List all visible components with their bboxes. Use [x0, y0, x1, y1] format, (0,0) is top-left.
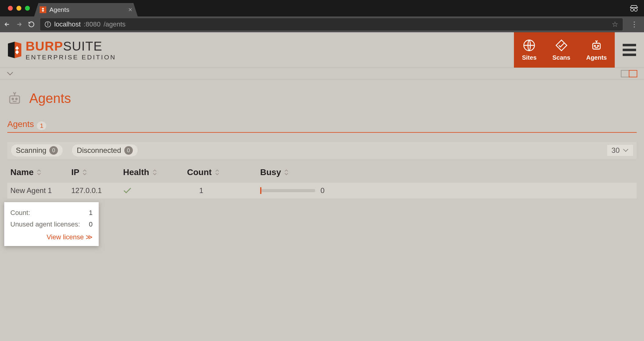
nav-scans-label: Scans — [552, 54, 570, 61]
svg-point-12 — [12, 98, 13, 100]
th-busy[interactable]: Busy — [260, 167, 634, 177]
hamburger-menu[interactable] — [615, 32, 644, 68]
favicon-icon — [40, 6, 46, 13]
sort-icon — [152, 169, 157, 175]
site-info-icon[interactable] — [44, 21, 51, 28]
close-window-icon[interactable] — [8, 6, 13, 11]
address-bar[interactable]: localhost:8080/agents ☆ — [40, 18, 623, 30]
count-label: Count: — [10, 209, 30, 217]
subbar — [0, 68, 644, 80]
maximize-window-icon[interactable] — [25, 6, 30, 11]
filter-disconnected-count: 0 — [124, 146, 133, 155]
th-count-label: Count — [187, 167, 212, 177]
page-title-row: Agents — [7, 91, 637, 106]
brand-suite: SUITE — [63, 39, 102, 53]
sort-icon — [284, 169, 289, 175]
forward-button[interactable] — [16, 21, 23, 28]
th-busy-label: Busy — [260, 167, 281, 177]
nav-agents-label: Agents — [586, 54, 607, 61]
check-icon — [123, 187, 187, 194]
th-health[interactable]: Health — [123, 167, 187, 177]
sort-icon — [37, 169, 41, 175]
th-count[interactable]: Count — [187, 167, 260, 177]
url-path: /agents — [104, 20, 126, 28]
license-popover: Count: 1 Unused agent licenses: 0 View l… — [4, 202, 99, 246]
chevron-down-icon — [623, 149, 629, 152]
browser-toolbar: localhost:8080/agents ☆ ⋮ — [0, 16, 644, 32]
filter-scanning[interactable]: Scanning 0 — [11, 144, 63, 156]
view-license-label: View license — [47, 233, 84, 241]
page-title: Agents — [29, 91, 71, 106]
top-nav: Sites Scans Agents — [514, 32, 615, 68]
sort-icon — [215, 169, 220, 175]
filter-disconnected-label: Disconnected — [77, 146, 121, 155]
page-size-value: 30 — [611, 146, 620, 155]
incognito-icon — [629, 5, 639, 12]
page-content: Agents Agents 1 Scanning 0 Disconnected … — [0, 80, 644, 199]
unused-label: Unused agent licenses: — [10, 220, 80, 228]
filter-scanning-count: 0 — [49, 146, 58, 155]
layout-left-icon[interactable] — [621, 70, 629, 77]
busy-progress-indicator — [260, 187, 261, 194]
filter-disconnected[interactable]: Disconnected 0 — [72, 144, 137, 156]
cell-health — [123, 187, 187, 194]
view-license-link[interactable]: View license ≫ — [47, 233, 93, 241]
nav-scans[interactable]: Scans — [544, 32, 578, 68]
brand-text: BURPSUITE ENTERPRISE EDITION — [26, 40, 116, 60]
filter-bar: Scanning 0 Disconnected 0 30 — [7, 142, 637, 159]
layout-toggle[interactable] — [621, 70, 637, 77]
th-name[interactable]: Name — [10, 167, 71, 177]
busy-progress-bar — [260, 189, 315, 192]
bookmark-icon[interactable]: ☆ — [612, 20, 618, 29]
svg-rect-11 — [10, 96, 19, 103]
nav-sites[interactable]: Sites — [514, 32, 544, 68]
cell-ip: 127.0.0.1 — [71, 186, 123, 195]
browser-tab[interactable]: Agents × — [34, 3, 138, 16]
expand-dropdown-icon[interactable] — [7, 72, 13, 76]
table-header: Name IP Health Count Busy — [7, 159, 637, 183]
nav-sites-label: Sites — [522, 54, 536, 61]
back-button[interactable] — [4, 21, 10, 28]
svg-point-1 — [634, 8, 637, 11]
th-name-label: Name — [10, 167, 34, 177]
burp-logo-icon — [8, 42, 21, 58]
agents-count-badge: 1 — [37, 121, 46, 130]
th-ip-label: IP — [71, 167, 79, 177]
browser-chrome: Agents × localhost:8080/agents ☆ — [0, 0, 644, 32]
table-row[interactable]: New Agent 1 127.0.0.1 1 0 — [7, 183, 637, 199]
section-tabs: Agents 1 — [7, 119, 637, 133]
tab-agents[interactable]: Agents — [7, 119, 34, 132]
filter-scanning-label: Scanning — [16, 146, 46, 155]
sort-icon — [82, 169, 87, 175]
brand-logo[interactable]: BURPSUITE ENTERPRISE EDITION — [0, 32, 124, 68]
svg-point-4 — [48, 23, 48, 23]
nav-agents[interactable]: Agents — [578, 32, 615, 68]
svg-marker-5 — [8, 42, 15, 58]
close-tab-icon[interactable]: × — [128, 6, 132, 14]
cell-count: 1 — [187, 186, 260, 195]
window-controls[interactable] — [4, 6, 34, 11]
svg-point-13 — [16, 98, 17, 100]
browser-menu-icon[interactable]: ⋮ — [628, 20, 640, 29]
th-ip[interactable]: IP — [71, 167, 123, 177]
brand-burp: BURP — [26, 39, 63, 53]
svg-rect-8 — [593, 43, 600, 49]
svg-marker-6 — [15, 42, 21, 58]
tab-bar: Agents × — [0, 0, 644, 16]
tab-title: Agents — [49, 6, 69, 13]
page-size-selector[interactable]: 30 — [607, 145, 633, 156]
busy-value: 0 — [320, 186, 324, 195]
robot-icon — [7, 91, 22, 106]
count-value: 1 — [89, 209, 93, 217]
reload-button[interactable] — [28, 21, 35, 28]
app-header: BURPSUITE ENTERPRISE EDITION Sites Scans… — [0, 32, 644, 68]
svg-point-9 — [594, 45, 596, 47]
unused-value: 0 — [89, 220, 93, 228]
svg-point-0 — [631, 8, 634, 11]
cell-name: New Agent 1 — [10, 186, 71, 195]
brand-subtitle: ENTERPRISE EDITION — [26, 54, 116, 60]
minimize-window-icon[interactable] — [16, 6, 21, 11]
url-port: :8080 — [84, 20, 101, 28]
svg-point-10 — [598, 45, 599, 47]
layout-right-icon[interactable] — [629, 70, 637, 77]
